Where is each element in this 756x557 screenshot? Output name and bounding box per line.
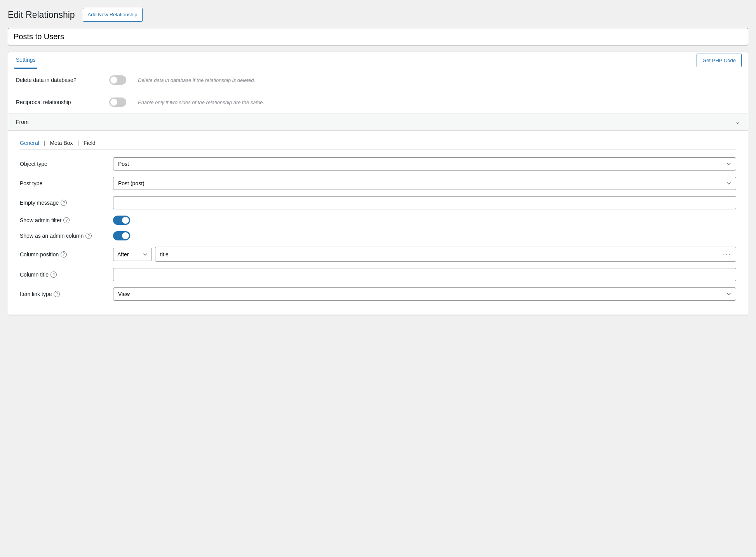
reciprocal-row: Reciprocal relationship Enable only if t… bbox=[8, 91, 748, 113]
get-php-code-button[interactable]: Get PHP Code bbox=[697, 54, 742, 67]
post-type-label: Post type bbox=[20, 180, 105, 186]
relationship-name-input[interactable] bbox=[8, 28, 748, 45]
empty-message-label: Empty message ? bbox=[20, 200, 105, 206]
delete-data-row: Delete data in database? Delete data in … bbox=[8, 69, 748, 91]
column-position-help-icon[interactable]: ? bbox=[61, 251, 67, 258]
delete-data-desc: Delete data in database if the relations… bbox=[138, 77, 255, 83]
column-position-label: Column position ? bbox=[20, 251, 105, 258]
show-admin-filter-toggle[interactable] bbox=[113, 216, 130, 225]
from-section-label: From bbox=[16, 119, 29, 125]
show-as-admin-column-row: Show as an admin column ? bbox=[20, 231, 736, 240]
show-as-admin-column-label: Show as an admin column ? bbox=[20, 233, 105, 239]
add-new-relationship-button[interactable]: Add New Relationship bbox=[83, 8, 143, 22]
column-title-value: title bbox=[160, 251, 169, 258]
tabs-left: Settings bbox=[14, 52, 45, 69]
reciprocal-slider bbox=[109, 97, 126, 107]
column-title-input[interactable] bbox=[113, 268, 736, 281]
object-type-row: Object type Post User Term bbox=[20, 157, 736, 171]
post-type-control: Post (post) Page (page) bbox=[113, 177, 736, 190]
tab-settings[interactable]: Settings bbox=[14, 52, 37, 69]
empty-message-row: Empty message ? bbox=[20, 196, 736, 209]
delete-data-slider bbox=[109, 75, 126, 85]
column-title-label: Column title ? bbox=[20, 272, 105, 278]
reciprocal-label: Reciprocal relationship bbox=[16, 99, 101, 105]
post-type-select[interactable]: Post (post) Page (page) bbox=[113, 177, 736, 190]
object-type-select[interactable]: Post User Term bbox=[113, 157, 736, 171]
from-section-header[interactable]: From ⌄ bbox=[8, 113, 748, 131]
item-link-type-row: Item link type ? View Edit bbox=[20, 287, 736, 301]
item-link-type-label: Item link type ? bbox=[20, 291, 105, 297]
settings-panel: Settings Get PHP Code Delete data in dat… bbox=[8, 52, 748, 315]
tab-separator-2: | bbox=[78, 140, 79, 146]
reciprocal-desc: Enable only if two sides of the relation… bbox=[138, 99, 264, 105]
tab-field[interactable]: Field bbox=[84, 137, 100, 149]
column-title-input-control bbox=[113, 268, 736, 281]
item-link-type-select[interactable]: View Edit bbox=[113, 287, 736, 301]
show-as-admin-column-control bbox=[113, 231, 736, 240]
show-admin-filter-row: Show admin filter ? bbox=[20, 216, 736, 225]
ellipsis-icon: ··· bbox=[723, 250, 731, 258]
show-admin-filter-control bbox=[113, 216, 736, 225]
empty-message-help-icon[interactable]: ? bbox=[61, 200, 67, 206]
column-position-control: After Before title ··· bbox=[113, 247, 736, 262]
object-type-control: Post User Term bbox=[113, 157, 736, 171]
column-title-row: Column title ? bbox=[20, 268, 736, 281]
tab-separator-1: | bbox=[44, 140, 45, 146]
item-link-type-control: View Edit bbox=[113, 287, 736, 301]
delete-data-label: Delete data in database? bbox=[16, 77, 101, 83]
chevron-down-icon: ⌄ bbox=[735, 118, 740, 125]
from-tabs: General | Meta Box | Field bbox=[20, 137, 736, 150]
column-title-field-control[interactable]: title ··· bbox=[155, 247, 736, 262]
column-position-after-select[interactable]: After Before bbox=[113, 248, 152, 261]
tab-general[interactable]: General bbox=[20, 137, 44, 149]
column-position-row: Column position ? After Before title ··· bbox=[20, 247, 736, 262]
from-section-content: General | Meta Box | Field Object type P… bbox=[8, 131, 748, 315]
object-type-label: Object type bbox=[20, 161, 105, 167]
tab-meta-box[interactable]: Meta Box bbox=[50, 137, 77, 149]
show-admin-filter-slider bbox=[113, 216, 130, 225]
empty-message-input[interactable] bbox=[113, 196, 736, 209]
reciprocal-toggle[interactable] bbox=[109, 97, 126, 107]
page-header: Edit Relationship Add New Relationship bbox=[8, 8, 748, 22]
settings-tabs-row: Settings Get PHP Code bbox=[8, 52, 748, 69]
show-as-admin-column-help-icon[interactable]: ? bbox=[85, 233, 92, 239]
page-title: Edit Relationship bbox=[8, 10, 75, 20]
show-admin-filter-help-icon[interactable]: ? bbox=[63, 217, 70, 223]
show-as-admin-column-slider bbox=[113, 231, 130, 240]
post-type-row: Post type Post (post) Page (page) bbox=[20, 177, 736, 190]
empty-message-control bbox=[113, 196, 736, 209]
item-link-type-help-icon[interactable]: ? bbox=[54, 291, 60, 297]
show-as-admin-column-toggle[interactable] bbox=[113, 231, 130, 240]
delete-data-toggle[interactable] bbox=[109, 75, 126, 85]
column-title-help-icon[interactable]: ? bbox=[51, 272, 57, 278]
show-admin-filter-label: Show admin filter ? bbox=[20, 217, 105, 223]
